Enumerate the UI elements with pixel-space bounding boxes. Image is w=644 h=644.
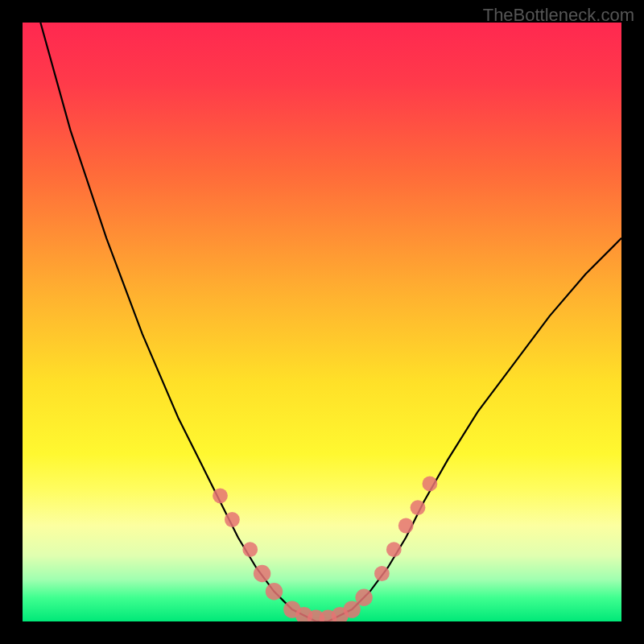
chart-markers — [213, 477, 437, 622]
marker-dot — [423, 477, 438, 492]
marker-dot — [374, 566, 390, 581]
marker-dot — [386, 542, 402, 557]
chart-plot-area — [23, 23, 621, 621]
watermark-text: TheBottleneck.com — [483, 5, 634, 26]
marker-dot — [254, 565, 270, 582]
marker-dot — [225, 512, 240, 527]
marker-dot — [398, 518, 414, 534]
chart-svg — [23, 23, 621, 621]
marker-dot — [242, 542, 258, 557]
bottleneck-curve — [40, 23, 621, 621]
marker-dot — [355, 589, 372, 606]
marker-dot — [213, 488, 228, 503]
marker-dot — [266, 583, 283, 600]
marker-dot — [411, 500, 426, 515]
